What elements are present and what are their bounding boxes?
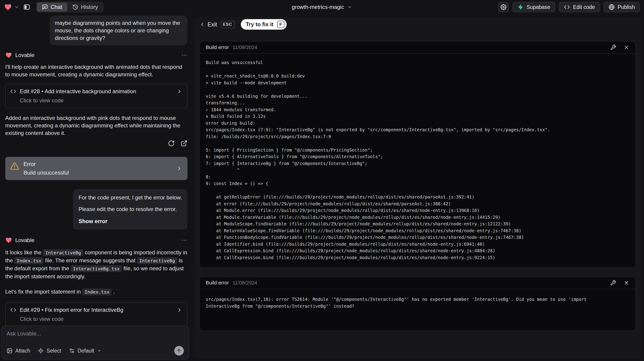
panel-title: Build error	[206, 44, 229, 50]
code-brackets-icon	[10, 88, 16, 94]
project-chevron-down-icon	[347, 4, 352, 9]
top-bar: Chat History growth-metrics-magic Supaba…	[0, 0, 644, 14]
assistant-header: Lovable	[5, 237, 188, 244]
select-target-icon	[38, 348, 44, 354]
chat-input-box: Attach Select Default	[1, 326, 189, 360]
logo-menu-chevron-down-icon[interactable]	[14, 4, 19, 9]
exit-button[interactable]: Exit	[199, 21, 217, 28]
build-error-panel-1-header: Build error 11/08/2024	[200, 41, 635, 54]
code-brackets-icon	[10, 307, 16, 313]
esc-key-badge: ESC	[220, 21, 235, 28]
user-message: maybe diagramming points and when you mo…	[50, 15, 188, 45]
edit-card-28[interactable]: Edit #28 • Add interactive background an…	[5, 84, 188, 108]
tab-history-label: History	[81, 4, 98, 10]
edit-code-button[interactable]: Edit code	[559, 2, 600, 12]
top-bar-left: Chat History	[4, 1, 104, 12]
view-tabs: Chat History	[36, 1, 104, 12]
assistant-name: Lovable	[15, 237, 34, 243]
inline-code: Index.tsx	[14, 257, 44, 264]
wrench-icon[interactable]	[610, 44, 616, 50]
error-card-title: Error	[24, 161, 172, 167]
exit-label: Exit	[208, 21, 217, 28]
project-switcher[interactable]: growth-metrics-magic	[292, 4, 352, 10]
assistant-header: Lovable	[5, 52, 188, 58]
model-selector[interactable]: Default	[69, 348, 102, 354]
error-workspace: Exit ESC Try to fix it F Build error 11/…	[194, 17, 642, 359]
chat-input[interactable]	[6, 331, 184, 343]
warning-triangle-icon	[10, 162, 19, 170]
build-error-log: src/pages/Index.tsx(7,10): error TS2614:…	[200, 289, 635, 331]
inline-code: InteractiveBg.tsx	[71, 265, 122, 272]
chevron-left-icon	[199, 21, 205, 27]
chevron-right-icon	[176, 165, 182, 172]
arrow-up-icon	[176, 348, 182, 354]
chevron-right-icon	[176, 307, 182, 313]
close-icon[interactable]	[624, 44, 630, 50]
edit-card-28-title: Edit #28 • Add interactive background an…	[20, 88, 136, 95]
message-menu-ellipsis-icon[interactable]	[181, 237, 188, 243]
select-label: Select	[46, 348, 61, 354]
select-button[interactable]: Select	[38, 348, 61, 354]
assistant-message: Added an interactive background with pin…	[5, 114, 188, 137]
user-message: For the code present, I get the error be…	[73, 189, 188, 230]
error-card-subtitle: Build unsuccessful	[24, 170, 172, 176]
show-error-link[interactable]: Show error	[78, 217, 182, 225]
chat-input-toolbar: Attach Select Default	[6, 346, 184, 356]
try-to-fix-label: Try to fix it	[246, 21, 274, 27]
assistant-name: Lovable	[15, 52, 34, 58]
panel-header-actions	[610, 280, 630, 286]
send-button[interactable]	[174, 346, 184, 356]
sliders-icon	[69, 348, 75, 354]
assistant-message: Let's fix the import statement in Index.…	[5, 288, 188, 296]
gear-icon	[500, 4, 506, 10]
inline-code: InteractiveBg	[137, 257, 178, 264]
chat-message-list[interactable]: maybe diagramming points and when you mo…	[0, 14, 191, 326]
edit-card-29[interactable]: Edit #29 • Fix import error for Interact…	[5, 302, 188, 326]
edit-card-28-subtitle: Click to view code	[10, 97, 182, 104]
supabase-label: Supabase	[526, 4, 550, 10]
try-to-fix-button[interactable]: Try to fix it F	[241, 19, 287, 30]
assistant-message: I'll help create an interactive backgrou…	[5, 63, 188, 78]
publish-button[interactable]: Publish	[604, 2, 640, 12]
build-error-card[interactable]: Error Build unsuccessful	[5, 157, 188, 180]
build-error-panel-2: Build error 11/08/2024 src/pages/Index.t…	[199, 277, 636, 331]
sidebar-panel-icon	[23, 4, 30, 10]
wrench-icon[interactable]	[610, 280, 616, 286]
inline-code: InteractiveBg	[43, 249, 83, 256]
build-error-log: Build was unsuccessful > vite_react_shad…	[200, 54, 635, 267]
panel-title: Build error	[206, 280, 229, 286]
settings-button[interactable]	[498, 2, 509, 12]
chevron-right-icon	[176, 88, 182, 94]
message-actions	[5, 140, 188, 147]
error-view-header: Exit ESC Try to fix it F	[199, 19, 636, 30]
supabase-bolt-icon	[518, 4, 523, 10]
edit-card-29-title: Edit #29 • Fix import error for Interact…	[20, 307, 123, 313]
edit-card-28-row: Edit #28 • Add interactive background an…	[10, 88, 182, 95]
globe-icon	[609, 4, 614, 10]
external-link-icon[interactable]	[180, 140, 188, 147]
panel-date: 11/08/2024	[232, 44, 257, 50]
tab-history[interactable]: History	[67, 2, 103, 12]
lovable-avatar-heart-icon	[5, 237, 12, 244]
chevron-down-icon	[97, 349, 102, 353]
assistant-message: It looks like the InteractiveBg componen…	[5, 249, 188, 280]
lovable-avatar-heart-icon	[5, 52, 12, 58]
restore-rotate-icon[interactable]	[168, 140, 175, 147]
supabase-button[interactable]: Supabase	[512, 2, 555, 12]
inline-code: Index.tsx	[82, 289, 112, 295]
history-clock-icon	[72, 4, 78, 10]
f-key-badge: F	[277, 21, 284, 28]
panel-header-actions	[610, 44, 630, 50]
tab-chat-label: Chat	[51, 4, 62, 10]
main-area: maybe diagramming points and when you mo…	[0, 14, 644, 361]
lovable-logo-icon[interactable]	[4, 3, 12, 11]
tab-chat[interactable]: Chat	[37, 2, 67, 12]
panel-date: 11/08/2024	[232, 280, 257, 286]
close-icon[interactable]	[624, 280, 630, 286]
user-message-line: For the code present, I get the error be…	[78, 194, 182, 201]
message-menu-ellipsis-icon[interactable]	[181, 52, 188, 58]
sidebar-toggle-button[interactable]	[22, 2, 32, 12]
lovable-app: Chat History growth-metrics-magic Supaba…	[0, 0, 644, 361]
attach-image-icon	[6, 348, 12, 354]
attach-button[interactable]: Attach	[6, 348, 30, 354]
